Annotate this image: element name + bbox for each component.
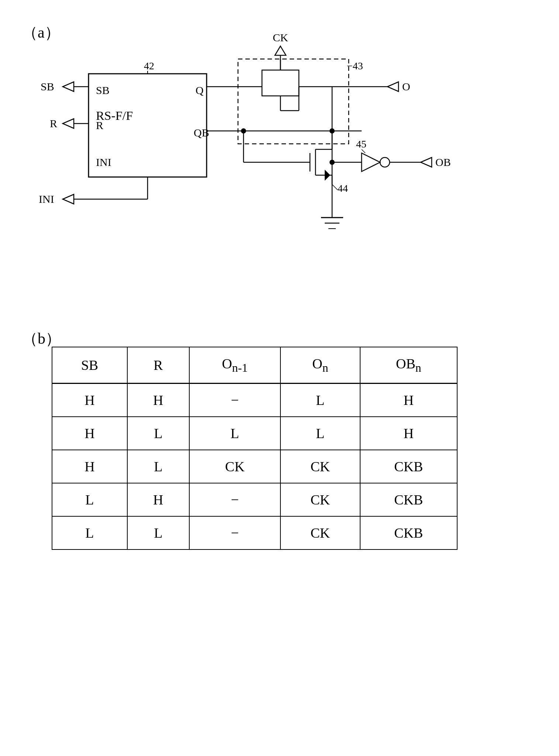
svg-line-24 [332,184,338,190]
inverter-bubble [380,157,390,167]
cell-on1-5: − [189,516,280,549]
cell-obn-1: H [360,383,457,417]
ini-input-triangle [63,194,74,204]
cell-sb-3: H [52,450,127,483]
cell-obn-3: CKB [360,450,457,483]
ini-external-label: INI [39,193,54,205]
label-44: 44 [338,183,348,194]
cell-obn-2: H [360,417,457,450]
label-43: −43 [347,60,363,72]
svg-line-30 [362,149,365,153]
table-header-row: SB R On-1 On OBn [52,347,457,383]
inverter-triangle [362,153,380,171]
truth-table-area: SB R On-1 On OBn H H − L H H L [22,332,531,550]
circuit-diagram: SB R INI RS-F/F Q QB 42 SB R INI [30,22,528,306]
sb-input-triangle [63,82,74,91]
header-on: On [280,347,360,383]
cell-r-4: H [127,483,189,516]
o-output-label: O [402,80,410,93]
ck-input-triangle [275,46,286,55]
header-sb: SB [52,347,127,383]
table-row: L H − CK CKB [52,483,457,516]
cell-on1-3: CK [189,450,280,483]
header-obn: OBn [360,347,457,383]
cell-on1-4: − [189,483,280,516]
ob-output-label: OB [435,156,451,168]
cell-on-5: CK [280,516,360,549]
cell-on-2: L [280,417,360,450]
cell-on-3: CK [280,450,360,483]
rsff-q-label: Q [196,84,204,96]
cell-sb-4: L [52,483,127,516]
ck-label: CK [273,31,288,44]
cell-on-4: CK [280,483,360,516]
header-on-1: On-1 [189,347,280,383]
rsff-center-label: RS-F/F [96,109,133,122]
cell-r-2: L [127,417,189,450]
cell-on1-2: L [189,417,280,450]
label-45: 45 [356,138,366,150]
cell-obn-5: CKB [360,516,457,549]
table-row: H L L L H [52,417,457,450]
o-output-triangle [387,82,398,91]
header-r: R [127,347,189,383]
table-row: L L − CK CKB [52,516,457,549]
label-42: 42 [144,60,154,72]
rsff-ini-label: INI [96,156,111,168]
cell-sb-1: H [52,383,127,417]
table-row: H L CK CK CKB [52,450,457,483]
ob-output-triangle [421,157,432,167]
cell-r-3: L [127,450,189,483]
rsff-qb-label: QB [194,126,209,139]
transistor-arrow [325,170,330,181]
cell-on1-1: − [189,383,280,417]
cell-on-1: L [280,383,360,417]
sb-external-label: SB [41,80,54,93]
rsff-sb-label: SB [96,84,110,96]
cell-sb-2: H [52,417,127,450]
r-input-triangle [63,119,74,128]
truth-table: SB R On-1 On OBn H H − L H H L [52,347,458,550]
cell-r-1: H [127,383,189,417]
table-row: H H − L H [52,383,457,417]
cell-r-5: L [127,516,189,549]
cell-sb-5: L [52,516,127,549]
r-external-label: R [50,117,57,129]
cell-obn-4: CKB [360,483,457,516]
transmission-gate [262,70,299,96]
page: （a） SB R INI RS-F/F Q QB 42 SB R [0,0,559,756]
